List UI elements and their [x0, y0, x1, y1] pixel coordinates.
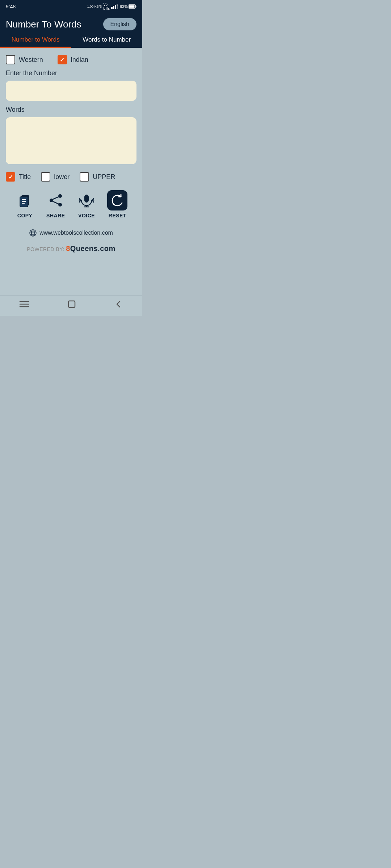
number-input[interactable]: [6, 81, 136, 101]
status-bar: 9:48 1.00 KB/S VoLTE + 93%: [0, 0, 142, 13]
network-speed: 1.00 KB/S: [87, 5, 102, 9]
svg-text:+: +: [117, 4, 118, 7]
western-label: Western: [19, 56, 43, 64]
title-case-option[interactable]: Title: [6, 172, 31, 182]
words-output[interactable]: [6, 117, 136, 164]
reset-icon: [107, 190, 127, 210]
svg-point-13: [58, 194, 62, 198]
lte-icon: VoLTE: [103, 3, 110, 10]
home-icon[interactable]: [67, 300, 76, 309]
svg-rect-7: [129, 5, 135, 8]
voice-icon: [76, 190, 97, 210]
menu-icon[interactable]: [19, 300, 29, 308]
svg-rect-6: [136, 6, 136, 7]
number-field-group: Enter the Number: [6, 69, 136, 101]
western-option[interactable]: Western: [6, 55, 43, 64]
language-button[interactable]: English: [103, 18, 136, 30]
status-time: 9:48: [6, 4, 16, 9]
upper-case-option[interactable]: UPPER: [80, 172, 115, 182]
indian-option[interactable]: Indian: [58, 55, 88, 64]
lower-case-option[interactable]: lower: [41, 172, 70, 182]
title-label: Title: [19, 173, 31, 181]
svg-point-14: [50, 199, 53, 202]
tab-number-to-words[interactable]: Number to Words: [0, 30, 71, 48]
header: Number To Words English: [0, 13, 142, 30]
western-checkbox[interactable]: [6, 55, 15, 64]
svg-line-16: [53, 197, 59, 199]
reset-button[interactable]: RESET: [107, 190, 127, 218]
app-title: Number To Words: [6, 19, 81, 30]
website-url: www.webtoolscollection.com: [39, 230, 113, 236]
brand-name: 8Queens.com: [66, 244, 115, 252]
lower-label: lower: [54, 173, 70, 181]
main-content: Western Indian Enter the Number Words Ti…: [0, 48, 142, 295]
reset-label: RESET: [109, 213, 126, 218]
copy-label: COPY: [17, 213, 33, 218]
svg-point-15: [58, 203, 62, 207]
signal-icon: +: [111, 4, 118, 9]
back-icon[interactable]: [114, 300, 123, 309]
svg-rect-1: [113, 6, 114, 9]
copy-button[interactable]: COPY: [15, 190, 35, 218]
share-label: SHARE: [46, 213, 65, 218]
words-field-group: Words: [6, 106, 136, 166]
system-select-row: Western Indian: [6, 55, 136, 64]
battery-icon: 93%: [120, 4, 136, 9]
title-checkbox[interactable]: [6, 172, 15, 182]
status-icons: 1.00 KB/S VoLTE + 93%: [87, 3, 136, 10]
indian-checkbox[interactable]: [58, 55, 67, 64]
voice-button[interactable]: VOICE: [76, 190, 97, 218]
case-options-row: Title lower UPPER: [6, 172, 136, 182]
number-label: Enter the Number: [6, 69, 136, 77]
svg-rect-0: [111, 7, 113, 9]
indian-label: Indian: [71, 56, 88, 64]
tabs-container: Number to Words Words to Number: [0, 30, 142, 48]
svg-line-17: [53, 201, 59, 204]
action-buttons-row: COPY SHARE: [6, 190, 136, 218]
svg-rect-2: [115, 5, 116, 9]
words-label: Words: [6, 106, 136, 114]
website-link[interactable]: www.webtoolscollection.com: [6, 229, 136, 237]
copy-icon: [15, 190, 35, 210]
share-button[interactable]: SHARE: [46, 190, 66, 218]
voice-label: VOICE: [78, 213, 95, 218]
svg-rect-29: [68, 301, 75, 307]
lower-checkbox[interactable]: [41, 172, 50, 182]
upper-label: UPPER: [93, 173, 115, 181]
navigation-bar: [0, 295, 142, 316]
svg-rect-18: [84, 195, 89, 203]
tab-words-to-number[interactable]: Words to Number: [71, 30, 143, 48]
powered-by: POWERED BY: 8Queens.com: [6, 244, 136, 253]
share-icon: [46, 190, 66, 210]
upper-checkbox[interactable]: [80, 172, 89, 182]
